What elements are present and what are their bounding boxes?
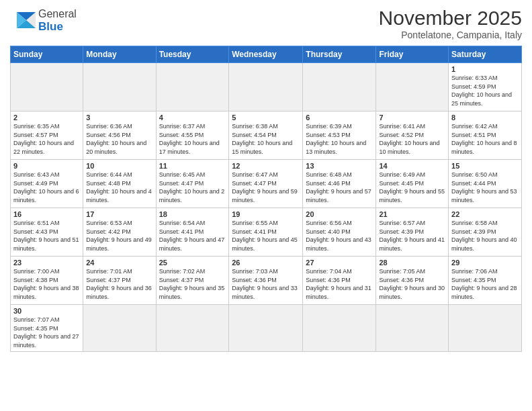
day-info: Sunrise: 7:05 AM Sunset: 4:36 PM Dayligh…: [379, 267, 445, 301]
day-number: 6: [306, 113, 373, 122]
day-info: Sunrise: 6:51 AM Sunset: 4:43 PM Dayligh…: [13, 219, 80, 253]
day-number: 1: [451, 65, 519, 73]
day-number: 15: [451, 162, 519, 170]
day-header-monday: Monday: [83, 46, 156, 63]
day-info: Sunrise: 6:58 AM Sunset: 4:39 PM Dayligh…: [451, 219, 519, 253]
calendar-cell: 14Sunrise: 6:49 AM Sunset: 4:45 PM Dayli…: [376, 160, 449, 208]
title-section: November 2025 Pontelatone, Campania, Ita…: [379, 7, 522, 40]
day-number: 24: [86, 259, 152, 267]
day-number: 26: [232, 259, 300, 267]
day-info: Sunrise: 6:57 AM Sunset: 4:39 PM Dayligh…: [379, 219, 445, 253]
calendar-cell: 25Sunrise: 7:02 AM Sunset: 4:37 PM Dayli…: [156, 257, 229, 305]
calendar-cell: [156, 63, 229, 111]
day-info: Sunrise: 6:47 AM Sunset: 4:47 PM Dayligh…: [232, 171, 300, 204]
calendar-week-4: 23Sunrise: 7:00 AM Sunset: 4:38 PM Dayli…: [11, 257, 522, 305]
calendar-cell: 1Sunrise: 6:33 AM Sunset: 4:59 PM Daylig…: [449, 63, 522, 111]
calendar-cell: 6Sunrise: 6:39 AM Sunset: 4:53 PM Daylig…: [303, 111, 376, 160]
calendar-cell: 9Sunrise: 6:43 AM Sunset: 4:49 PM Daylig…: [11, 160, 83, 208]
calendar-cell: 21Sunrise: 6:57 AM Sunset: 4:39 PM Dayli…: [376, 208, 449, 257]
header: General Blue November 2025 Pontelatone, …: [10, 7, 522, 40]
day-header-wednesday: Wednesday: [229, 46, 303, 63]
day-info: Sunrise: 6:50 AM Sunset: 4:44 PM Dayligh…: [451, 171, 519, 204]
day-info: Sunrise: 7:01 AM Sunset: 4:37 PM Dayligh…: [86, 267, 152, 301]
day-info: Sunrise: 7:03 AM Sunset: 4:36 PM Dayligh…: [232, 267, 300, 301]
calendar-cell: 28Sunrise: 7:05 AM Sunset: 4:36 PM Dayli…: [376, 257, 449, 305]
day-info: Sunrise: 6:39 AM Sunset: 4:53 PM Dayligh…: [306, 122, 373, 156]
day-header-tuesday: Tuesday: [156, 46, 229, 63]
day-info: Sunrise: 7:00 AM Sunset: 4:38 PM Dayligh…: [13, 267, 80, 301]
calendar-cell: 30Sunrise: 7:07 AM Sunset: 4:35 PM Dayli…: [11, 305, 83, 352]
calendar-cell: 22Sunrise: 6:58 AM Sunset: 4:39 PM Dayli…: [449, 208, 522, 257]
calendar-cell: 10Sunrise: 6:44 AM Sunset: 4:48 PM Dayli…: [83, 160, 156, 208]
day-info: Sunrise: 7:02 AM Sunset: 4:37 PM Dayligh…: [159, 267, 226, 301]
calendar-cell: [303, 63, 376, 111]
calendar-cell: 23Sunrise: 7:00 AM Sunset: 4:38 PM Dayli…: [11, 257, 83, 305]
day-info: Sunrise: 6:41 AM Sunset: 4:52 PM Dayligh…: [379, 122, 445, 156]
calendar-cell: [303, 305, 376, 352]
calendar-cell: [376, 63, 449, 111]
calendar-cell: 13Sunrise: 6:48 AM Sunset: 4:46 PM Dayli…: [303, 160, 376, 208]
day-info: Sunrise: 6:36 AM Sunset: 4:56 PM Dayligh…: [86, 122, 152, 156]
day-number: 23: [13, 259, 80, 267]
day-info: Sunrise: 6:35 AM Sunset: 4:57 PM Dayligh…: [13, 122, 80, 156]
day-number: 12: [232, 162, 300, 170]
calendar-cell: 5Sunrise: 6:38 AM Sunset: 4:54 PM Daylig…: [229, 111, 303, 160]
day-number: 22: [451, 210, 519, 218]
day-number: 25: [159, 259, 226, 267]
calendar-cell: 12Sunrise: 6:47 AM Sunset: 4:47 PM Dayli…: [229, 160, 303, 208]
day-info: Sunrise: 6:55 AM Sunset: 4:41 PM Dayligh…: [232, 219, 300, 253]
day-info: Sunrise: 6:53 AM Sunset: 4:42 PM Dayligh…: [86, 219, 152, 253]
day-number: 9: [13, 162, 80, 170]
logo-blue: Blue: [38, 20, 77, 34]
day-info: Sunrise: 6:44 AM Sunset: 4:48 PM Dayligh…: [86, 171, 152, 204]
day-info: Sunrise: 6:49 AM Sunset: 4:45 PM Dayligh…: [379, 171, 445, 204]
day-info: Sunrise: 6:33 AM Sunset: 4:59 PM Dayligh…: [451, 74, 519, 107]
day-number: 7: [379, 113, 445, 122]
calendar-cell: 19Sunrise: 6:55 AM Sunset: 4:41 PM Dayli…: [229, 208, 303, 257]
day-info: Sunrise: 7:06 AM Sunset: 4:35 PM Dayligh…: [451, 267, 519, 301]
calendar-table: SundayMondayTuesdayWednesdayThursdayFrid…: [10, 46, 522, 352]
calendar-cell: [11, 63, 83, 111]
day-header-thursday: Thursday: [303, 46, 376, 63]
calendar-cell: [83, 63, 156, 111]
logo: General Blue: [10, 7, 77, 35]
day-info: Sunrise: 6:56 AM Sunset: 4:40 PM Dayligh…: [306, 219, 373, 253]
calendar-cell: 8Sunrise: 6:42 AM Sunset: 4:51 PM Daylig…: [449, 111, 522, 160]
calendar-cell: [229, 63, 303, 111]
calendar-cell: 20Sunrise: 6:56 AM Sunset: 4:40 PM Dayli…: [303, 208, 376, 257]
calendar-cell: 7Sunrise: 6:41 AM Sunset: 4:52 PM Daylig…: [376, 111, 449, 160]
month-title: November 2025: [379, 7, 522, 30]
logo-general: General: [38, 8, 77, 20]
calendar-cell: 24Sunrise: 7:01 AM Sunset: 4:37 PM Dayli…: [83, 257, 156, 305]
day-header-sunday: Sunday: [11, 46, 83, 63]
calendar-cell: 15Sunrise: 6:50 AM Sunset: 4:44 PM Dayli…: [449, 160, 522, 208]
day-info: Sunrise: 6:38 AM Sunset: 4:54 PM Dayligh…: [232, 122, 300, 156]
day-header-friday: Friday: [376, 46, 449, 63]
calendar-cell: 18Sunrise: 6:54 AM Sunset: 4:41 PM Dayli…: [156, 208, 229, 257]
day-info: Sunrise: 7:04 AM Sunset: 4:36 PM Dayligh…: [306, 267, 373, 301]
day-number: 2: [13, 113, 80, 122]
day-header-saturday: Saturday: [449, 46, 522, 63]
calendar-header-row: SundayMondayTuesdayWednesdayThursdayFrid…: [11, 46, 522, 63]
calendar-cell: [229, 305, 303, 352]
calendar-week-2: 9Sunrise: 6:43 AM Sunset: 4:49 PM Daylig…: [11, 160, 522, 208]
day-number: 17: [86, 210, 152, 218]
calendar-cell: 11Sunrise: 6:45 AM Sunset: 4:47 PM Dayli…: [156, 160, 229, 208]
logo-icon: [10, 7, 36, 32]
location-subtitle: Pontelatone, Campania, Italy: [379, 30, 522, 40]
calendar-week-5: 30Sunrise: 7:07 AM Sunset: 4:35 PM Dayli…: [11, 305, 522, 352]
day-number: 3: [86, 113, 152, 122]
calendar-cell: 26Sunrise: 7:03 AM Sunset: 4:36 PM Dayli…: [229, 257, 303, 305]
day-info: Sunrise: 7:07 AM Sunset: 4:35 PM Dayligh…: [13, 316, 80, 349]
day-number: 29: [451, 259, 519, 267]
day-number: 14: [379, 162, 445, 170]
day-number: 8: [451, 113, 519, 122]
day-info: Sunrise: 6:43 AM Sunset: 4:49 PM Dayligh…: [13, 171, 80, 204]
calendar-cell: 27Sunrise: 7:04 AM Sunset: 4:36 PM Dayli…: [303, 257, 376, 305]
calendar-week-3: 16Sunrise: 6:51 AM Sunset: 4:43 PM Dayli…: [11, 208, 522, 257]
page: General Blue November 2025 Pontelatone, …: [0, 0, 532, 411]
calendar-cell: [156, 305, 229, 352]
day-number: 13: [306, 162, 373, 170]
calendar-cell: 17Sunrise: 6:53 AM Sunset: 4:42 PM Dayli…: [83, 208, 156, 257]
day-number: 20: [306, 210, 373, 218]
